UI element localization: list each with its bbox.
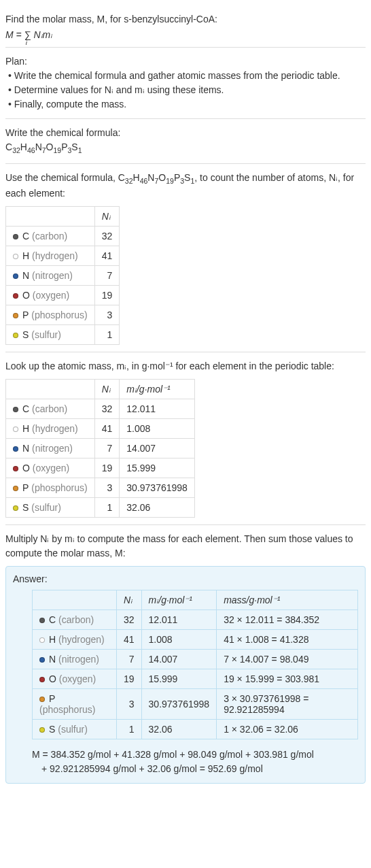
- plan-section: Plan: • Write the chemical formula and g…: [5, 48, 366, 119]
- element-name: (carbon): [58, 614, 94, 625]
- element-name: (carbon): [32, 403, 67, 414]
- count-intro: Use the chemical formula, C32H46N7O19P3S…: [5, 171, 366, 201]
- element-symbol: H: [22, 250, 29, 261]
- table-row: P (phosphorus)330.9737619983 × 30.973761…: [33, 689, 358, 720]
- final-equation: M = 384.352 g/mol + 41.328 g/mol + 98.04…: [32, 748, 358, 776]
- mi-cell: 15.999: [141, 669, 217, 689]
- mass-cell: 41 × 1.008 = 41.328: [217, 630, 358, 650]
- chemical-formula-inline: C32H46N7O19P3S1: [118, 172, 195, 183]
- element-symbol: P: [22, 482, 29, 493]
- element-color-icon: [39, 657, 45, 663]
- mi-cell: 32.06: [141, 720, 217, 739]
- count-section: Use the chemical formula, C32H46N7O19P3S…: [5, 164, 366, 353]
- element-cell: P (phosphorus): [33, 689, 117, 720]
- cf-sub: 19: [53, 146, 61, 154]
- ni-cell: 32: [94, 227, 120, 246]
- col-element: [6, 207, 95, 227]
- cf-el: H: [20, 141, 27, 152]
- mass-cell: 32 × 12.011 = 384.352: [217, 610, 358, 630]
- element-cell: C (carbon): [6, 227, 95, 246]
- element-cell: H (hydrogen): [6, 419, 95, 439]
- element-color-icon: [39, 727, 45, 733]
- formula-prefix: M =: [5, 29, 24, 40]
- mi-cell: 1.008: [120, 419, 195, 439]
- table-row: O (oxygen)19: [6, 286, 120, 305]
- ni-cell: 3: [94, 305, 120, 325]
- ni-cell: 41: [117, 630, 142, 650]
- ni-cell: 19: [117, 669, 142, 689]
- cf-el: N: [35, 141, 42, 152]
- cf-sub: 32: [12, 146, 20, 154]
- table-row: H (hydrogen)411.00841 × 1.008 = 41.328: [33, 630, 358, 650]
- element-cell: H (hydrogen): [6, 246, 95, 266]
- table-row: O (oxygen)1915.99919 × 15.999 = 303.981: [33, 669, 358, 689]
- mi-cell: 14.007: [120, 439, 195, 458]
- element-color-icon: [13, 313, 18, 318]
- table-row: C (carbon)3212.011: [6, 399, 195, 419]
- mi-cell: 14.007: [141, 650, 217, 669]
- table-row: S (sulfur)1: [6, 325, 120, 345]
- element-color-icon: [13, 333, 18, 338]
- element-symbol: C: [49, 614, 56, 625]
- table-row: H (hydrogen)41: [6, 246, 120, 266]
- final-line-2: + 92.921285994 g/mol + 32.06 g/mol = 952…: [41, 762, 358, 776]
- element-name: (oxygen): [33, 290, 69, 301]
- ni-cell: 32: [94, 399, 120, 419]
- mi-cell: 30.973761998: [141, 689, 217, 720]
- col-mi: mᵢ/g·mol⁻¹: [120, 380, 195, 399]
- element-cell: H (hydrogen): [33, 630, 117, 650]
- col-element: [6, 380, 95, 399]
- table-row: C (carbon)32: [6, 227, 120, 246]
- formula-rest: Nᵢmᵢ: [31, 29, 53, 40]
- element-name: (nitrogen): [58, 654, 99, 665]
- mi-cell: 12.011: [120, 399, 195, 419]
- element-name: (phosphorus): [31, 310, 88, 320]
- answer-box: Answer: Nᵢ mᵢ/g·mol⁻¹ mass/g·mol⁻¹ C (ca…: [5, 566, 366, 784]
- element-cell: O (oxygen): [6, 286, 95, 305]
- chemical-formula-section: Write the chemical formula: C32H46N7O19P…: [5, 119, 366, 164]
- plan-item: • Write the chemical formula and gather …: [8, 69, 366, 83]
- element-symbol: C: [22, 403, 29, 414]
- table-header-row: Nᵢ: [6, 207, 120, 227]
- ni-cell: 19: [94, 458, 120, 478]
- table-row: N (nitrogen)714.007: [6, 439, 195, 458]
- element-name: (sulfur): [31, 502, 61, 513]
- table-row: N (nitrogen)714.0077 × 14.007 = 98.049: [33, 650, 358, 669]
- element-color-icon: [13, 427, 18, 432]
- element-symbol: C: [22, 231, 29, 241]
- mass-table: Nᵢ mᵢ/g·mol⁻¹ C (carbon)3212.011H (hydro…: [5, 379, 195, 518]
- ni-cell: 7: [94, 266, 120, 286]
- mi-cell: 12.011: [141, 610, 217, 630]
- table-row: O (oxygen)1915.999: [6, 458, 195, 478]
- answer-title: Answer:: [13, 573, 358, 584]
- element-symbol: O: [22, 290, 30, 301]
- element-color-icon: [13, 293, 18, 299]
- molar-mass-formula: M = ∑ i Nᵢmᵢ: [5, 29, 366, 40]
- col-ni: Nᵢ: [94, 380, 120, 399]
- element-color-icon: [13, 234, 18, 239]
- intro-line: Find the molar mass, M, for s-benzylsucc…: [5, 12, 366, 27]
- element-symbol: H: [22, 423, 29, 434]
- element-symbol: P: [49, 693, 55, 704]
- ni-cell: 19: [94, 286, 120, 305]
- chemical-formula-title: Write the chemical formula:: [5, 126, 366, 140]
- element-cell: N (nitrogen): [6, 439, 95, 458]
- element-cell: O (oxygen): [6, 458, 95, 478]
- cf-el: O: [46, 141, 54, 152]
- element-cell: P (phosphorus): [6, 478, 95, 498]
- cf-el: P: [61, 141, 67, 152]
- element-color-icon: [39, 637, 45, 643]
- plan-item: • Finally, compute the mass.: [8, 97, 366, 112]
- element-symbol: O: [22, 463, 30, 473]
- table-header-row: Nᵢ mᵢ/g·mol⁻¹: [6, 380, 195, 399]
- mi-cell: 30.973761998: [120, 478, 195, 498]
- element-name: (sulfur): [58, 724, 88, 735]
- element-symbol: N: [49, 654, 56, 665]
- element-name: (nitrogen): [32, 443, 73, 454]
- ni-cell: 1: [117, 720, 142, 739]
- multiply-intro: Multiply Nᵢ by mᵢ to compute the mass fo…: [5, 532, 366, 561]
- ni-cell: 41: [94, 246, 120, 266]
- element-symbol: S: [49, 724, 55, 735]
- element-symbol: S: [22, 502, 29, 513]
- mass-cell: 7 × 14.007 = 98.049: [217, 650, 358, 669]
